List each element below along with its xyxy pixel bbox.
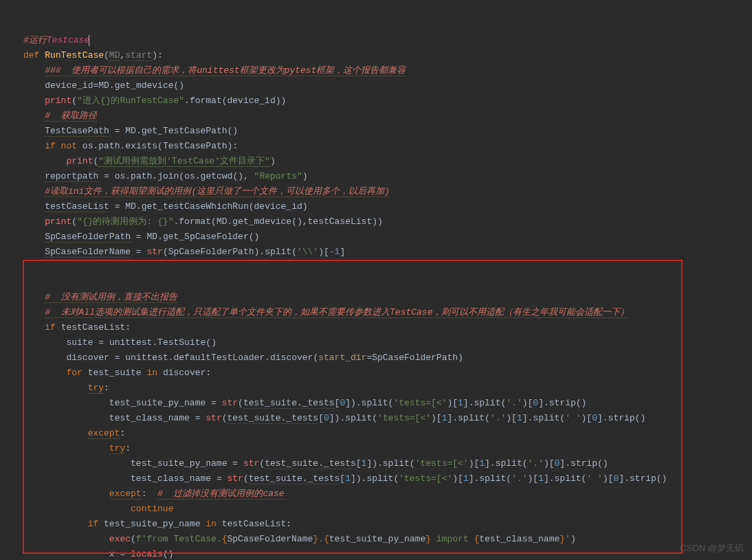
text-cursor xyxy=(89,35,89,46)
keyword: def xyxy=(23,50,39,60)
watermark: CSDN @梦无矶 xyxy=(680,542,744,555)
comment: #读取ini文件，获得期望测试的用例(这里只做了一个文件，可以使用多个，以后再加… xyxy=(45,186,390,197)
comment: ### 使用者可以根据自己的需求，将unittest框架更改为pytest框架，… xyxy=(45,65,406,76)
comment: # 获取路径 xyxy=(45,111,96,122)
selection-box xyxy=(23,260,683,554)
code-editor[interactable]: #运行Testcase def RunTestCase(MD,start): #… xyxy=(0,0,752,560)
func-name: RunTestCase xyxy=(45,50,104,60)
comment: #运行 xyxy=(23,35,47,45)
